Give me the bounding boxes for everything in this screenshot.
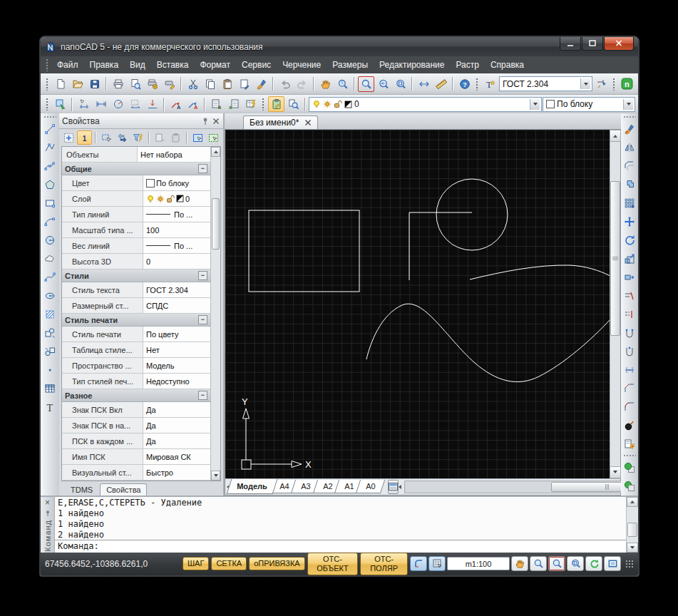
menu-help[interactable]: Справка	[485, 58, 530, 72]
menu-service[interactable]: Сервис	[236, 58, 277, 72]
property-section-misc[interactable]: Разное −	[62, 389, 210, 402]
select-crossing-button[interactable]	[206, 130, 221, 145]
property-row-ucsicon-on[interactable]: Знак ПСК Вкл Да	[62, 402, 210, 418]
draw-point-button[interactable]	[41, 361, 58, 379]
property-row-ucsicon-origin[interactable]: Знак ПСК в на... Да	[62, 418, 210, 433]
print-settings-button[interactable]	[144, 76, 160, 92]
property-row-thickness[interactable]: Высота 3D 0	[62, 254, 210, 270]
scrollbar-thumb[interactable]	[212, 198, 220, 250]
property-section-plotstyle[interactable]: Стиль печати −	[62, 314, 210, 327]
leader-edit-button[interactable]: A	[185, 96, 201, 112]
edit-polyline-button[interactable]	[621, 324, 638, 342]
zoom-window-button[interactable]	[358, 76, 374, 92]
text-style-button[interactable]: T	[482, 76, 498, 92]
draw-spline-button[interactable]	[41, 269, 58, 286]
new-file-button[interactable]	[52, 76, 68, 92]
mirror-button[interactable]	[621, 139, 638, 156]
tab-tdms[interactable]: TDMS	[65, 484, 98, 496]
status-zoom-button[interactable]	[530, 556, 547, 571]
trim-button[interactable]	[621, 287, 638, 304]
drawn-circle[interactable]	[436, 179, 508, 250]
property-section-general[interactable]: Общие −	[62, 163, 210, 175]
tab-model[interactable]: Модель	[227, 479, 277, 494]
insert-reference-button[interactable]	[41, 343, 58, 360]
close-polyline-button[interactable]	[621, 343, 638, 360]
property-row-ltscale[interactable]: Масштаб типа ... 100	[62, 222, 210, 238]
color-combo[interactable]: По блоку	[543, 97, 635, 112]
format-brush-button[interactable]	[253, 76, 269, 92]
apply-style-button[interactable]	[593, 76, 610, 92]
collapse-icon[interactable]: −	[198, 271, 207, 280]
scrollbar-thumb[interactable]	[610, 181, 620, 336]
print-button[interactable]	[110, 76, 126, 92]
measure-distance-button[interactable]	[416, 76, 432, 92]
plot-edit-button[interactable]	[161, 76, 178, 92]
raster-convert-button[interactable]	[52, 96, 68, 112]
rotate-button[interactable]	[621, 232, 638, 249]
combo-arrow[interactable]	[530, 99, 540, 110]
toolbar-grip[interactable]	[46, 98, 49, 111]
copy-properties-button[interactable]	[153, 130, 168, 145]
property-row-plotstyle[interactable]: Стиль печати По цвету	[62, 327, 210, 342]
clipboard-edit-button[interactable]	[268, 96, 284, 112]
join-button[interactable]	[621, 361, 638, 379]
baseline-dimension-button[interactable]	[127, 96, 143, 112]
property-row-lineweight[interactable]: Вес линий По ...	[62, 238, 210, 254]
otrack-object-toggle[interactable]: ОТС-ОБЪЕКТ	[307, 553, 358, 575]
combo-arrow[interactable]	[623, 99, 633, 110]
table-export-button[interactable]: x	[225, 96, 242, 112]
drawn-polyline[interactable]	[409, 212, 472, 280]
draw-polygon-button[interactable]	[41, 176, 58, 193]
fullscreen-button[interactable]	[604, 556, 621, 571]
quick-dimension-button[interactable]	[76, 96, 92, 112]
draw-spline-cv-button[interactable]	[41, 158, 58, 175]
match-properties-button[interactable]	[621, 120, 638, 138]
property-row-plotstyletype[interactable]: Тип стилей печ... Недоступно	[62, 374, 210, 389]
insert-block-button[interactable]	[41, 324, 58, 342]
scrollbar-thumb[interactable]	[627, 523, 637, 537]
undo-button[interactable]	[277, 76, 293, 92]
minimize-button[interactable]	[560, 37, 581, 51]
layout-manager-button[interactable]	[388, 480, 399, 494]
print-preview-button[interactable]	[127, 76, 143, 92]
property-row-ucs-viewport[interactable]: ПСК в каждом ... Да	[62, 433, 210, 449]
explode-button[interactable]	[621, 417, 638, 434]
property-row-objects[interactable]: Объекты Нет набора	[62, 147, 210, 163]
toolbar-grip[interactable]	[476, 78, 479, 91]
drawn-spline-s[interactable]	[366, 304, 610, 381]
property-row-textstyle[interactable]: Стиль текста ГОСТ 2.304	[62, 282, 210, 298]
menu-insert[interactable]: Вставка	[151, 58, 195, 72]
paste-properties-button[interactable]	[168, 130, 183, 145]
window-resize-grip[interactable]	[625, 560, 634, 568]
status-zoom-extents-button[interactable]	[567, 556, 584, 571]
table-edit-button[interactable]	[242, 96, 259, 112]
hscroll-left-arrow[interactable]	[399, 481, 401, 493]
move-button[interactable]	[621, 213, 638, 230]
property-row-ucs-name[interactable]: Имя ПСК Мировая СК	[62, 449, 210, 465]
explode-attributes-button[interactable]	[621, 436, 638, 453]
combo-arrow[interactable]	[580, 78, 590, 89]
extend-button[interactable]	[621, 306, 638, 323]
menu-dimensions[interactable]: Размеры	[327, 58, 374, 72]
property-row-linetype[interactable]: Тип линий По ...	[62, 207, 210, 222]
drawn-rectangle[interactable]	[249, 210, 359, 292]
regen-button[interactable]	[585, 556, 602, 571]
toolbar-grip[interactable]	[46, 78, 49, 91]
select-objects-button[interactable]	[99, 130, 114, 145]
invert-selection-button[interactable]	[115, 130, 130, 145]
zoom-previous-button[interactable]	[375, 76, 391, 92]
scroll-up-button[interactable]	[610, 130, 621, 142]
pin-icon[interactable]	[201, 117, 210, 125]
offset-button[interactable]	[621, 158, 638, 175]
tab-close-icon[interactable]	[304, 119, 312, 126]
menu-edit[interactable]: Правка	[84, 58, 125, 72]
scroll-down-button[interactable]	[610, 466, 621, 478]
draw-rectangle-button[interactable]	[41, 195, 58, 212]
snap-toggle[interactable]: ШАГ	[183, 557, 209, 570]
union-button[interactable]	[621, 176, 638, 193]
quick-select-button[interactable]	[61, 130, 76, 145]
scale-button[interactable]	[621, 250, 638, 267]
draw-text-button[interactable]: T	[41, 399, 58, 416]
command-input[interactable]: Команда:	[55, 540, 626, 553]
linear-dimension-button[interactable]	[93, 96, 109, 112]
